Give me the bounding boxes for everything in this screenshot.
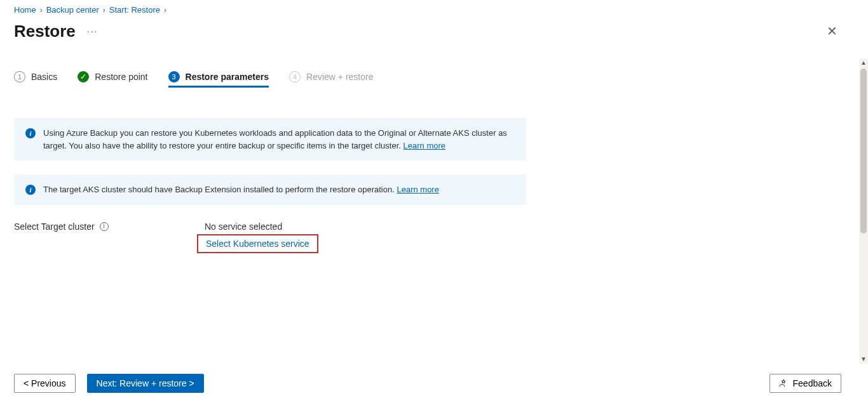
chevron-right-icon: › <box>164 6 166 15</box>
select-kubernetes-service-link[interactable]: Select Kubernetes service <box>206 239 309 249</box>
step-label: Basics <box>31 72 57 82</box>
scroll-up-arrow-icon[interactable]: ▲ <box>859 58 868 67</box>
chevron-right-icon: › <box>40 6 43 15</box>
info-text: The target AKS cluster should have Backu… <box>43 185 397 194</box>
info-icon: i <box>25 185 36 195</box>
wizard-step-basics[interactable]: 1 Basics <box>14 71 57 88</box>
chevron-right-icon: › <box>103 6 105 15</box>
breadcrumb-item-start-restore[interactable]: Start: Restore <box>109 5 160 15</box>
step-label: Restore parameters <box>186 72 269 82</box>
learn-more-link[interactable]: Learn more <box>403 141 445 150</box>
checkmark-icon: ✓ <box>78 71 89 83</box>
wizard-step-restore-parameters[interactable]: 3 Restore parameters <box>168 71 269 88</box>
next-review-restore-button[interactable]: Next: Review + restore > <box>87 374 204 393</box>
footer-bar: < Previous Next: Review + restore > Feed… <box>0 366 868 403</box>
breadcrumb-item-home[interactable]: Home <box>14 5 36 15</box>
scrollbar[interactable]: ▲ ▼ <box>859 58 868 364</box>
breadcrumb-item-backup-center[interactable]: Backup center <box>46 5 99 15</box>
content-pane: 1 Basics ✓ Restore point 3 Restore param… <box>0 58 868 364</box>
previous-button[interactable]: < Previous <box>14 374 76 393</box>
breadcrumb: Home › Backup center › Start: Restore › <box>0 0 868 17</box>
page-title: Restore <box>14 22 76 41</box>
info-icon: i <box>25 128 36 138</box>
info-banner-extension: i The target AKS cluster should have Bac… <box>14 175 526 205</box>
step-badge: 1 <box>14 71 25 83</box>
wizard-step-review-restore: 4 Review + restore <box>289 71 373 88</box>
scroll-down-arrow-icon[interactable]: ▼ <box>859 355 868 364</box>
more-actions-button[interactable]: ··· <box>85 23 101 39</box>
step-badge: 4 <box>289 71 301 83</box>
feedback-label: Feedback <box>793 378 832 388</box>
wizard-steps: 1 Basics ✓ Restore point 3 Restore param… <box>14 71 854 88</box>
wizard-step-restore-point[interactable]: ✓ Restore point <box>78 71 147 88</box>
field-label: Select Target cluster <box>14 221 95 232</box>
field-select-target-cluster: Select Target cluster i No service selec… <box>14 221 854 253</box>
field-value: No service selected <box>205 221 318 232</box>
highlight-box: Select Kubernetes service <box>197 234 318 253</box>
title-row: Restore ··· ✕ <box>0 17 868 50</box>
info-banner-overview: i Using Azure Backup you can restore you… <box>14 118 526 161</box>
feedback-button[interactable]: Feedback <box>770 374 841 393</box>
step-label: Restore point <box>95 72 147 82</box>
learn-more-link[interactable]: Learn more <box>397 185 438 194</box>
help-icon[interactable]: i <box>100 222 109 231</box>
scroll-thumb[interactable] <box>860 69 867 234</box>
step-label: Review + restore <box>306 72 373 82</box>
step-badge: 3 <box>168 71 180 83</box>
person-feedback-icon <box>779 379 788 388</box>
close-icon[interactable]: ✕ <box>823 21 841 41</box>
